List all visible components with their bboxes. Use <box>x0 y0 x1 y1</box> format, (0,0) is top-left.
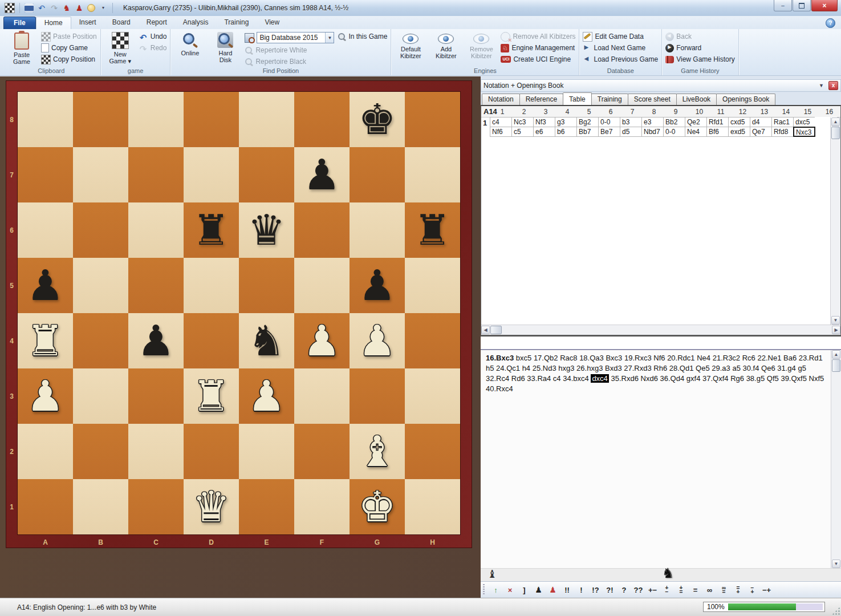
square-g4[interactable]: ♟ <box>350 313 405 368</box>
bracket-button[interactable]: ] <box>517 583 531 596</box>
square-b6[interactable] <box>73 202 128 258</box>
move-token[interactable]: gxf4 <box>686 374 701 383</box>
square-h3[interactable] <box>405 368 460 424</box>
minimize-button[interactable]: – <box>774 0 792 11</box>
square-b3[interactable] <box>73 368 128 424</box>
move-token[interactable]: h4 <box>522 364 530 372</box>
move-token[interactable]: h5 <box>486 364 494 372</box>
move-token[interactable]: Ba6 <box>783 354 797 362</box>
square-c2[interactable] <box>128 424 184 479</box>
black-pawn-button[interactable]: ♟ <box>531 583 546 596</box>
square-b4[interactable] <box>73 313 128 368</box>
move-token[interactable]: 21.R3c2 <box>713 354 740 362</box>
ribbon-tab-board[interactable]: Board <box>104 17 139 29</box>
black-move-cell-9[interactable]: 0-0 <box>663 127 685 137</box>
black-knight-e4[interactable]: ♞ <box>239 313 294 368</box>
ribbon-tab-training[interactable]: Training <box>216 17 257 29</box>
square-c5[interactable] <box>128 258 184 313</box>
move-token[interactable]: a5 <box>732 364 740 372</box>
square-f1[interactable] <box>294 479 350 534</box>
white-move-cell-13[interactable]: d4 <box>750 117 772 127</box>
black-rook-d6[interactable]: ♜ <box>184 202 239 258</box>
black-pawn-a5[interactable]: ♟ <box>18 258 73 313</box>
move-token[interactable]: Ne4 <box>697 354 710 362</box>
move-token[interactable]: 26.hxg3 <box>576 364 603 372</box>
move-token[interactable]: 39.Qxf5 <box>781 374 807 383</box>
load-next-game-button[interactable]: Load Next Game <box>583 43 658 52</box>
forward-button[interactable]: Forward <box>665 43 734 52</box>
file-tab[interactable]: File <box>3 17 36 29</box>
square-a1[interactable] <box>18 479 73 534</box>
square-d8[interactable] <box>184 92 239 147</box>
square-f3[interactable] <box>294 368 350 424</box>
square-h8[interactable] <box>405 92 460 147</box>
help-icon[interactable]: ? <box>826 18 835 28</box>
black-move-cell-10[interactable]: Ne4 <box>685 127 707 137</box>
scroll-up-icon[interactable]: ▲ <box>832 350 840 359</box>
move-token[interactable]: g5 <box>798 364 806 372</box>
square-d6[interactable]: ♜ <box>184 202 239 258</box>
square-g6[interactable] <box>350 202 405 258</box>
panel-splitter[interactable] <box>481 335 841 350</box>
move-token[interactable]: Rac8 <box>560 354 577 362</box>
ribbon-tab-view[interactable]: View <box>257 17 287 29</box>
square-d4[interactable] <box>184 313 239 368</box>
move-token[interactable]: 20.Rdc1 <box>667 354 694 362</box>
undo-icon[interactable]: ↶ <box>37 3 46 13</box>
square-b7[interactable] <box>73 147 128 202</box>
square-h2[interactable] <box>405 424 460 479</box>
move-token[interactable]: 18.Qa3 <box>579 354 604 362</box>
square-f8[interactable] <box>294 92 350 147</box>
square-g1[interactable]: ♚ <box>350 479 405 534</box>
white-bishop-g2[interactable]: ♝ <box>350 424 405 479</box>
square-a7[interactable] <box>18 147 73 202</box>
black-move-cell-14[interactable]: Rfd8 <box>771 127 794 137</box>
lightbulb-icon[interactable] <box>87 4 95 12</box>
black-move-cell-13[interactable]: Qe7 <box>750 127 772 137</box>
white-slightly-better-button[interactable]: += <box>674 583 688 596</box>
move-token[interactable]: 38.g5 <box>746 374 765 383</box>
white-move-cell-8[interactable]: e3 <box>641 117 664 127</box>
square-a8[interactable] <box>18 92 73 147</box>
push-arrow-button[interactable]: ↑ <box>489 583 503 596</box>
panel-menu-chevron-icon[interactable]: ▼ <box>819 83 824 88</box>
brilliant-move-button[interactable]: !! <box>560 583 574 596</box>
in-this-game-button[interactable]: In this Game <box>338 32 387 41</box>
white-move-cell-14[interactable]: Rac1 <box>771 117 794 127</box>
move-token[interactable]: Nxf5 <box>809 374 824 383</box>
square-c7[interactable] <box>128 147 184 202</box>
square-e1[interactable] <box>239 479 294 534</box>
square-a6[interactable] <box>18 202 73 258</box>
move-token[interactable]: 36.Qd4 <box>660 374 685 383</box>
square-d2[interactable] <box>184 424 239 479</box>
black-move-cell-8[interactable]: Nbd7 <box>641 127 664 137</box>
square-h7[interactable] <box>405 147 460 202</box>
move-token[interactable]: 22.Ne1 <box>757 354 781 362</box>
square-e2[interactable] <box>239 424 294 479</box>
white-pawn-a3[interactable]: ♟ <box>18 368 73 424</box>
move-token[interactable]: 37.Qxf4 <box>702 374 729 383</box>
white-move-cell-11[interactable]: Rfd1 <box>706 117 729 127</box>
black-queen-e6[interactable]: ♛ <box>239 202 294 258</box>
black-move-cell-11[interactable]: Bf6 <box>706 127 729 137</box>
scroll-down-icon[interactable]: ▼ <box>832 560 840 568</box>
kibitzer-icon[interactable]: ♟ <box>75 3 84 13</box>
copy-position-button[interactable]: Copy Position <box>41 55 97 64</box>
white-pawn-e3[interactable]: ♟ <box>239 368 294 424</box>
black-rook-h6[interactable]: ♜ <box>405 202 460 258</box>
panel-tab-livebook[interactable]: LiveBook <box>676 94 717 105</box>
white-move-cell-7[interactable]: b3 <box>620 117 642 127</box>
panel-tab-score-sheet[interactable]: Score sheet <box>628 94 677 105</box>
black-winning-button[interactable]: −+ <box>759 583 774 596</box>
scroll-right-icon[interactable]: ▶ <box>832 326 840 334</box>
compensation-button[interactable]: ∞= <box>717 583 731 596</box>
square-b5[interactable] <box>73 258 128 313</box>
move-token[interactable]: Rg6 <box>730 374 744 383</box>
panel-tab-reference[interactable]: Reference <box>519 94 563 105</box>
hard-disk-button[interactable]: HardDisk <box>209 31 241 64</box>
delete-button[interactable]: × <box>503 583 517 596</box>
black-move-cell-6[interactable]: Be7 <box>598 127 620 137</box>
square-c6[interactable] <box>128 202 184 258</box>
more-commands-chevron[interactable]: ▾ <box>99 3 108 13</box>
square-a5[interactable]: ♟ <box>18 258 73 313</box>
